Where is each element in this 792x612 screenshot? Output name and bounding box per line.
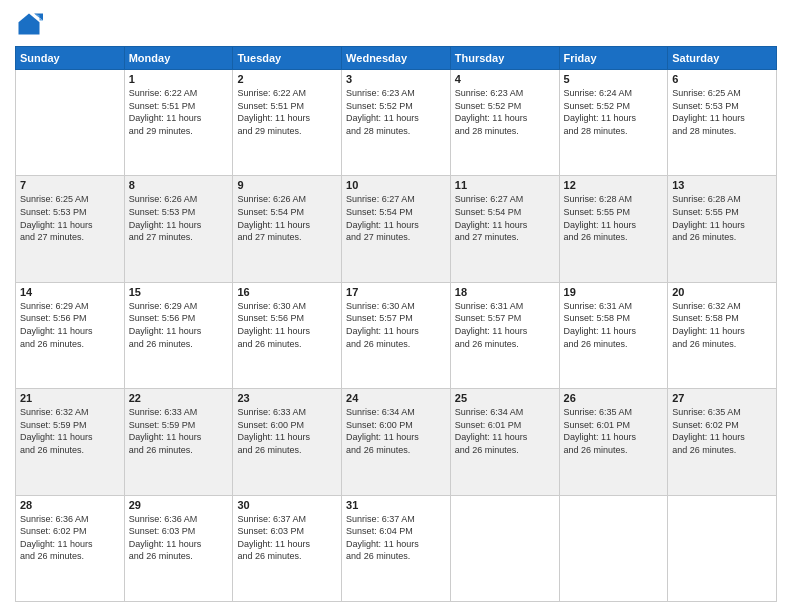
calendar-header-wednesday: Wednesday bbox=[342, 47, 451, 70]
calendar-cell: 7Sunrise: 6:25 AM Sunset: 5:53 PM Daylig… bbox=[16, 176, 125, 282]
day-number: 14 bbox=[20, 286, 120, 298]
calendar-cell: 25Sunrise: 6:34 AM Sunset: 6:01 PM Dayli… bbox=[450, 389, 559, 495]
day-info: Sunrise: 6:22 AM Sunset: 5:51 PM Dayligh… bbox=[237, 87, 337, 137]
day-number: 21 bbox=[20, 392, 120, 404]
calendar-cell: 28Sunrise: 6:36 AM Sunset: 6:02 PM Dayli… bbox=[16, 495, 125, 601]
day-info: Sunrise: 6:37 AM Sunset: 6:03 PM Dayligh… bbox=[237, 513, 337, 563]
calendar-cell: 2Sunrise: 6:22 AM Sunset: 5:51 PM Daylig… bbox=[233, 70, 342, 176]
day-number: 17 bbox=[346, 286, 446, 298]
day-info: Sunrise: 6:25 AM Sunset: 5:53 PM Dayligh… bbox=[20, 193, 120, 243]
day-number: 11 bbox=[455, 179, 555, 191]
calendar-cell: 16Sunrise: 6:30 AM Sunset: 5:56 PM Dayli… bbox=[233, 282, 342, 388]
day-info: Sunrise: 6:23 AM Sunset: 5:52 PM Dayligh… bbox=[455, 87, 555, 137]
day-info: Sunrise: 6:32 AM Sunset: 5:59 PM Dayligh… bbox=[20, 406, 120, 456]
page: SundayMondayTuesdayWednesdayThursdayFrid… bbox=[0, 0, 792, 612]
day-number: 10 bbox=[346, 179, 446, 191]
day-number: 25 bbox=[455, 392, 555, 404]
svg-marker-0 bbox=[19, 14, 40, 35]
calendar-table: SundayMondayTuesdayWednesdayThursdayFrid… bbox=[15, 46, 777, 602]
calendar-cell bbox=[668, 495, 777, 601]
day-number: 31 bbox=[346, 499, 446, 511]
day-info: Sunrise: 6:27 AM Sunset: 5:54 PM Dayligh… bbox=[346, 193, 446, 243]
day-number: 5 bbox=[564, 73, 664, 85]
calendar-header-monday: Monday bbox=[124, 47, 233, 70]
day-info: Sunrise: 6:34 AM Sunset: 6:00 PM Dayligh… bbox=[346, 406, 446, 456]
day-number: 6 bbox=[672, 73, 772, 85]
calendar-cell: 10Sunrise: 6:27 AM Sunset: 5:54 PM Dayli… bbox=[342, 176, 451, 282]
day-number: 19 bbox=[564, 286, 664, 298]
day-number: 9 bbox=[237, 179, 337, 191]
calendar-cell: 27Sunrise: 6:35 AM Sunset: 6:02 PM Dayli… bbox=[668, 389, 777, 495]
header bbox=[15, 10, 777, 38]
day-info: Sunrise: 6:35 AM Sunset: 6:02 PM Dayligh… bbox=[672, 406, 772, 456]
calendar-cell: 24Sunrise: 6:34 AM Sunset: 6:00 PM Dayli… bbox=[342, 389, 451, 495]
calendar-week-row: 7Sunrise: 6:25 AM Sunset: 5:53 PM Daylig… bbox=[16, 176, 777, 282]
day-info: Sunrise: 6:23 AM Sunset: 5:52 PM Dayligh… bbox=[346, 87, 446, 137]
day-number: 8 bbox=[129, 179, 229, 191]
day-info: Sunrise: 6:22 AM Sunset: 5:51 PM Dayligh… bbox=[129, 87, 229, 137]
calendar-cell: 15Sunrise: 6:29 AM Sunset: 5:56 PM Dayli… bbox=[124, 282, 233, 388]
calendar-cell bbox=[559, 495, 668, 601]
day-info: Sunrise: 6:26 AM Sunset: 5:54 PM Dayligh… bbox=[237, 193, 337, 243]
calendar-cell: 30Sunrise: 6:37 AM Sunset: 6:03 PM Dayli… bbox=[233, 495, 342, 601]
calendar-week-row: 21Sunrise: 6:32 AM Sunset: 5:59 PM Dayli… bbox=[16, 389, 777, 495]
calendar-cell: 3Sunrise: 6:23 AM Sunset: 5:52 PM Daylig… bbox=[342, 70, 451, 176]
day-info: Sunrise: 6:28 AM Sunset: 5:55 PM Dayligh… bbox=[564, 193, 664, 243]
day-number: 23 bbox=[237, 392, 337, 404]
day-number: 20 bbox=[672, 286, 772, 298]
day-number: 12 bbox=[564, 179, 664, 191]
calendar-cell: 13Sunrise: 6:28 AM Sunset: 5:55 PM Dayli… bbox=[668, 176, 777, 282]
calendar-header-thursday: Thursday bbox=[450, 47, 559, 70]
day-number: 15 bbox=[129, 286, 229, 298]
day-info: Sunrise: 6:30 AM Sunset: 5:56 PM Dayligh… bbox=[237, 300, 337, 350]
day-number: 13 bbox=[672, 179, 772, 191]
day-info: Sunrise: 6:28 AM Sunset: 5:55 PM Dayligh… bbox=[672, 193, 772, 243]
day-number: 4 bbox=[455, 73, 555, 85]
calendar-cell: 11Sunrise: 6:27 AM Sunset: 5:54 PM Dayli… bbox=[450, 176, 559, 282]
day-info: Sunrise: 6:29 AM Sunset: 5:56 PM Dayligh… bbox=[20, 300, 120, 350]
day-number: 1 bbox=[129, 73, 229, 85]
calendar-week-row: 14Sunrise: 6:29 AM Sunset: 5:56 PM Dayli… bbox=[16, 282, 777, 388]
day-info: Sunrise: 6:26 AM Sunset: 5:53 PM Dayligh… bbox=[129, 193, 229, 243]
day-number: 22 bbox=[129, 392, 229, 404]
calendar-cell bbox=[16, 70, 125, 176]
calendar-header-friday: Friday bbox=[559, 47, 668, 70]
calendar-week-row: 28Sunrise: 6:36 AM Sunset: 6:02 PM Dayli… bbox=[16, 495, 777, 601]
calendar-week-row: 1Sunrise: 6:22 AM Sunset: 5:51 PM Daylig… bbox=[16, 70, 777, 176]
calendar-cell: 20Sunrise: 6:32 AM Sunset: 5:58 PM Dayli… bbox=[668, 282, 777, 388]
calendar-cell: 26Sunrise: 6:35 AM Sunset: 6:01 PM Dayli… bbox=[559, 389, 668, 495]
day-info: Sunrise: 6:27 AM Sunset: 5:54 PM Dayligh… bbox=[455, 193, 555, 243]
day-number: 2 bbox=[237, 73, 337, 85]
calendar-header-tuesday: Tuesday bbox=[233, 47, 342, 70]
day-info: Sunrise: 6:32 AM Sunset: 5:58 PM Dayligh… bbox=[672, 300, 772, 350]
calendar-header-row: SundayMondayTuesdayWednesdayThursdayFrid… bbox=[16, 47, 777, 70]
day-info: Sunrise: 6:30 AM Sunset: 5:57 PM Dayligh… bbox=[346, 300, 446, 350]
day-info: Sunrise: 6:34 AM Sunset: 6:01 PM Dayligh… bbox=[455, 406, 555, 456]
day-number: 30 bbox=[237, 499, 337, 511]
logo bbox=[15, 10, 47, 38]
calendar-cell: 22Sunrise: 6:33 AM Sunset: 5:59 PM Dayli… bbox=[124, 389, 233, 495]
day-number: 18 bbox=[455, 286, 555, 298]
logo-icon bbox=[15, 10, 43, 38]
day-number: 26 bbox=[564, 392, 664, 404]
calendar-cell: 8Sunrise: 6:26 AM Sunset: 5:53 PM Daylig… bbox=[124, 176, 233, 282]
day-info: Sunrise: 6:31 AM Sunset: 5:58 PM Dayligh… bbox=[564, 300, 664, 350]
calendar-cell: 14Sunrise: 6:29 AM Sunset: 5:56 PM Dayli… bbox=[16, 282, 125, 388]
calendar-cell: 21Sunrise: 6:32 AM Sunset: 5:59 PM Dayli… bbox=[16, 389, 125, 495]
day-info: Sunrise: 6:33 AM Sunset: 5:59 PM Dayligh… bbox=[129, 406, 229, 456]
day-number: 7 bbox=[20, 179, 120, 191]
calendar-cell: 9Sunrise: 6:26 AM Sunset: 5:54 PM Daylig… bbox=[233, 176, 342, 282]
calendar-cell: 19Sunrise: 6:31 AM Sunset: 5:58 PM Dayli… bbox=[559, 282, 668, 388]
day-info: Sunrise: 6:36 AM Sunset: 6:03 PM Dayligh… bbox=[129, 513, 229, 563]
calendar-cell: 17Sunrise: 6:30 AM Sunset: 5:57 PM Dayli… bbox=[342, 282, 451, 388]
day-number: 24 bbox=[346, 392, 446, 404]
calendar-cell: 4Sunrise: 6:23 AM Sunset: 5:52 PM Daylig… bbox=[450, 70, 559, 176]
calendar-cell: 12Sunrise: 6:28 AM Sunset: 5:55 PM Dayli… bbox=[559, 176, 668, 282]
calendar-cell bbox=[450, 495, 559, 601]
day-info: Sunrise: 6:25 AM Sunset: 5:53 PM Dayligh… bbox=[672, 87, 772, 137]
calendar-cell: 6Sunrise: 6:25 AM Sunset: 5:53 PM Daylig… bbox=[668, 70, 777, 176]
calendar-header-sunday: Sunday bbox=[16, 47, 125, 70]
day-info: Sunrise: 6:36 AM Sunset: 6:02 PM Dayligh… bbox=[20, 513, 120, 563]
calendar-cell: 18Sunrise: 6:31 AM Sunset: 5:57 PM Dayli… bbox=[450, 282, 559, 388]
calendar-cell: 29Sunrise: 6:36 AM Sunset: 6:03 PM Dayli… bbox=[124, 495, 233, 601]
